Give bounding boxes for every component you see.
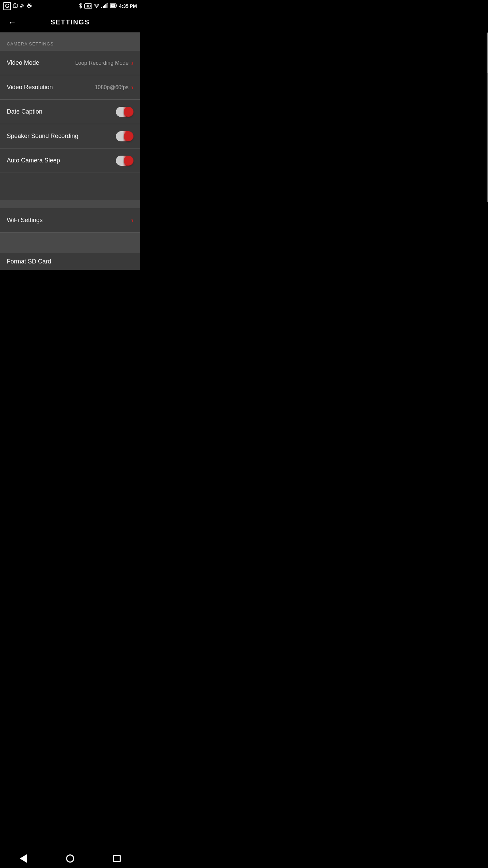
video-mode-value-text: Loop Recording Mode	[75, 60, 128, 66]
video-resolution-value-text: 1080p@60fps	[95, 84, 128, 91]
date-caption-toggle-knob	[124, 107, 133, 117]
speaker-sound-row[interactable]: Speaker Sound Recording	[0, 124, 140, 149]
app-icon: G	[3, 2, 11, 10]
svg-line-9	[30, 5, 32, 6]
date-caption-toggle[interactable]	[116, 107, 134, 117]
svg-line-12	[30, 3, 30, 4]
svg-rect-3	[20, 6, 22, 7]
camera-settings-group: Video Mode Loop Recording Mode › Video R…	[0, 51, 140, 200]
settings-content: CAMERA SETTINGS Video Mode Loop Recordin…	[0, 33, 140, 270]
svg-rect-1	[14, 3, 16, 4]
status-bar: G	[0, 0, 140, 12]
speaker-sound-toggle-knob	[124, 132, 133, 141]
wifi-settings-label: WiFi Settings	[7, 217, 43, 224]
video-resolution-row[interactable]: Video Resolution 1080p@60fps ›	[0, 75, 140, 100]
status-bar-right-icons: HD	[79, 3, 137, 9]
video-mode-value: Loop Recording Mode ›	[75, 59, 134, 67]
svg-rect-19	[117, 5, 118, 6]
video-resolution-value: 1080p@60fps ›	[95, 83, 134, 91]
auto-camera-sleep-toggle-knob	[124, 156, 133, 165]
signal-icon	[101, 3, 108, 9]
video-resolution-chevron: ›	[131, 83, 134, 91]
video-mode-label: Video Mode	[7, 59, 39, 66]
battery-icon	[110, 3, 117, 9]
svg-rect-16	[105, 4, 106, 8]
auto-camera-sleep-row[interactable]: Auto Camera Sleep	[0, 149, 140, 173]
svg-point-6	[28, 4, 30, 5]
svg-line-8	[27, 6, 28, 7]
format-sd-card-label: Format SD Card	[7, 258, 51, 265]
usb-icon	[20, 3, 24, 9]
format-sd-card-row[interactable]: Format SD Card	[0, 253, 140, 270]
video-resolution-label: Video Resolution	[7, 84, 53, 91]
format-section-divider	[0, 233, 140, 253]
svg-rect-13	[101, 7, 102, 8]
app-bar: ← SETTINGS	[0, 12, 140, 33]
speaker-sound-toggle[interactable]	[116, 131, 134, 141]
camera-section-padding	[0, 173, 140, 200]
svg-rect-17	[107, 3, 108, 8]
auto-camera-sleep-toggle[interactable]	[116, 156, 134, 166]
svg-rect-15	[104, 5, 105, 8]
wifi-icon	[94, 3, 100, 9]
svg-rect-14	[103, 6, 104, 8]
page-title: SETTINGS	[50, 18, 90, 26]
date-caption-row[interactable]: Date Caption	[0, 100, 140, 124]
wifi-section-divider	[0, 200, 140, 208]
bluetooth-icon	[79, 3, 83, 9]
svg-rect-0	[13, 4, 17, 7]
svg-line-7	[27, 5, 28, 6]
bug-icon	[26, 3, 32, 9]
wifi-settings-chevron: ›	[131, 216, 134, 224]
svg-rect-4	[22, 5, 24, 6]
auto-camera-sleep-label: Auto Camera Sleep	[7, 157, 60, 164]
date-caption-label: Date Caption	[7, 108, 42, 115]
status-bar-left-icons: G	[3, 2, 32, 10]
battery-usb-icon	[13, 3, 18, 9]
wifi-settings-row[interactable]: WiFi Settings ›	[0, 208, 140, 233]
back-button[interactable]: ←	[5, 15, 19, 30]
video-mode-row[interactable]: Video Mode Loop Recording Mode ›	[0, 51, 140, 75]
camera-settings-section-header: CAMERA SETTINGS	[0, 33, 140, 51]
status-time: 4:35 PM	[119, 3, 137, 9]
camera-settings-label: CAMERA SETTINGS	[7, 41, 54, 46]
video-mode-chevron: ›	[131, 59, 134, 67]
hd-icon: HD	[84, 3, 92, 9]
svg-line-11	[28, 3, 28, 4]
speaker-sound-label: Speaker Sound Recording	[7, 133, 78, 140]
svg-line-10	[30, 6, 32, 7]
